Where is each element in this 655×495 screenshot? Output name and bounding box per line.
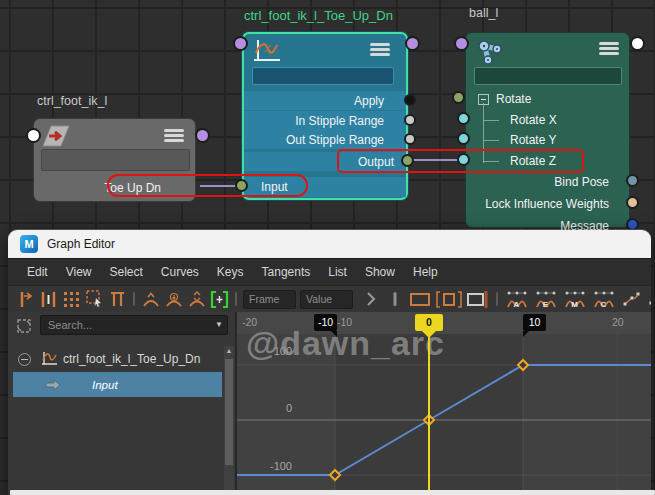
- menu-edit[interactable]: Edit: [18, 265, 57, 279]
- node-menu-icon[interactable]: [599, 42, 619, 55]
- attr-row-apply[interactable]: Apply: [244, 91, 406, 110]
- menu-curves[interactable]: Curves: [152, 265, 208, 279]
- outliner-channel-label: Input: [92, 379, 118, 391]
- lattice-deform-keys-icon[interactable]: [61, 289, 82, 310]
- attr-label-lock-influence-weights: Lock Influence Weights: [485, 197, 609, 211]
- value-field[interactable]: Value: [300, 290, 353, 309]
- anim-curve-icon: [41, 351, 58, 367]
- node-name-field[interactable]: [252, 67, 394, 85]
- select-region-icon[interactable]: [407, 289, 433, 310]
- split-region-icon[interactable]: [465, 289, 491, 310]
- bracket-region-icon[interactable]: [435, 289, 463, 310]
- port-ctrl-input-white[interactable]: [26, 128, 41, 143]
- port-ball-message-left[interactable]: [454, 36, 469, 51]
- bookmark-tag-neg10[interactable]: -10: [314, 314, 337, 331]
- port-rotate-y[interactable]: [457, 132, 470, 145]
- collapse-panel-bar-icon[interactable]: [384, 289, 405, 310]
- graph-editor-window[interactable]: M Graph Editor Edit View Select Curves K…: [8, 230, 651, 495]
- attr-label-rotate-x: Rotate X: [510, 113, 557, 127]
- menu-view[interactable]: View: [57, 265, 101, 279]
- port-out-stipple[interactable]: [404, 133, 416, 145]
- joint-node-icon: [476, 39, 506, 65]
- highlight-box-toeupdn-input: [107, 174, 308, 197]
- transform-node-icon: [42, 124, 70, 148]
- menu-show[interactable]: Show: [356, 265, 404, 279]
- attr-row-lock-influence-weights[interactable]: Lock Influence Weights: [466, 194, 629, 214]
- tangent-e-icon[interactable]: E: [532, 289, 559, 310]
- frame-selection-bracket-icon[interactable]: [209, 289, 230, 310]
- tangent-m-icon[interactable]: M: [561, 289, 588, 310]
- port-rotate-x[interactable]: [457, 112, 470, 125]
- spline-tangent-icon[interactable]: [140, 289, 161, 310]
- window-titlebar[interactable]: M Graph Editor: [8, 230, 651, 258]
- attr-row-out-stipple[interactable]: Out Stipple Range: [244, 130, 406, 149]
- region-select-tool-icon[interactable]: [84, 289, 105, 310]
- ruler-label-20: 20: [612, 316, 624, 328]
- clamped-tangent-icon[interactable]: [163, 289, 184, 310]
- node-ball-l[interactable]: Rotate Rotate X Rotate Y Rotate Z Bind P…: [465, 32, 630, 228]
- toolbar-separator: [133, 292, 135, 306]
- attr-label-out-stipple: Out Stipple Range: [286, 133, 384, 147]
- anim-curve-node-icon: [253, 39, 281, 65]
- tangent-letter: E: [532, 300, 559, 309]
- tangent-letter: M: [561, 300, 588, 309]
- outliner-row-curve-node[interactable]: ctrl_foot_ik_l_Toe_Up_Dn: [8, 346, 221, 372]
- port-ball-white-right[interactable]: [630, 36, 645, 51]
- node-title-ctrl-foot-ik-l: ctrl_foot_ik_l: [37, 94, 107, 108]
- move-keys-tool-icon[interactable]: [15, 289, 36, 310]
- tangent-a-icon[interactable]: A: [503, 289, 530, 310]
- node-name-field[interactable]: [41, 149, 190, 171]
- menu-list[interactable]: List: [319, 265, 356, 279]
- current-time-marker[interactable]: 0: [415, 314, 443, 331]
- playhead-line[interactable]: [428, 334, 430, 490]
- auto-tangent-icon[interactable]: [186, 289, 207, 310]
- window-title: Graph Editor: [47, 237, 115, 251]
- key-10: [518, 360, 528, 370]
- outliner-scrollbar[interactable]: ▲: [224, 346, 234, 491]
- attr-row-bind-pose[interactable]: Bind Pose: [466, 172, 629, 192]
- tangent-c-icon[interactable]: C: [590, 289, 617, 310]
- port-anim-message-left[interactable]: [233, 36, 248, 51]
- menu-keys[interactable]: Keys: [208, 265, 253, 279]
- outliner-curve-node-label: ctrl_foot_ik_l_Toe_Up_Dn: [63, 352, 200, 366]
- attr-label-rotate: Rotate: [496, 92, 531, 106]
- port-bind-pose[interactable]: [626, 174, 639, 187]
- scrollbar-thumb[interactable]: [225, 359, 233, 465]
- port-ctrl-message-purple[interactable]: [195, 128, 210, 143]
- insert-keys-tool-icon[interactable]: [38, 289, 59, 310]
- collapse-circle-icon[interactable]: [18, 353, 31, 366]
- menu-tangents[interactable]: Tangents: [253, 265, 320, 279]
- node-name-field[interactable]: [474, 67, 622, 85]
- frame-field[interactable]: Frame: [243, 290, 296, 309]
- node-menu-icon[interactable]: [370, 43, 390, 56]
- menu-help[interactable]: Help: [404, 265, 447, 279]
- search-dropdown-caret-icon[interactable]: ▼: [215, 320, 223, 329]
- retime-tool-icon[interactable]: [107, 289, 128, 310]
- graph-outliner-panel: ▼ ctrl_foot_ik_l_Toe_Up_Dn Input ▲: [8, 312, 237, 495]
- scrollbar-up-arrow-icon[interactable]: ▲: [224, 347, 234, 354]
- port-lock-influence-weights[interactable]: [626, 196, 639, 209]
- tree-guide-line: [483, 140, 499, 141]
- port-in-stipple[interactable]: [404, 114, 416, 126]
- maya-node-editor: ctrl_foot_ik_l Toe Up Dn ctrl_foot_ik_l_…: [0, 0, 655, 495]
- port-rotate[interactable]: [452, 91, 465, 104]
- unify-tangents-icon[interactable]: [645, 289, 651, 310]
- menu-select[interactable]: Select: [100, 265, 151, 279]
- port-anim-message-right[interactable]: [405, 36, 420, 51]
- maya-logo-icon: M: [20, 235, 38, 253]
- outliner-row-input-channel[interactable]: Input: [13, 372, 222, 397]
- isolate-select-icon[interactable]: [15, 317, 33, 335]
- node-title-anim-curve: ctrl_foot_ik_l_Toe_Up_Dn: [244, 8, 393, 23]
- tangent-letter: A: [503, 300, 530, 309]
- break-tangents-icon[interactable]: [619, 289, 643, 310]
- attr-row-in-stipple[interactable]: In Stipple Range: [244, 111, 406, 130]
- port-apply[interactable]: [404, 94, 416, 106]
- expand-panel-arrow-icon[interactable]: [361, 289, 382, 310]
- attr-row-rotate[interactable]: Rotate: [466, 89, 629, 109]
- tree-guide-line: [483, 120, 499, 121]
- value-label-0: 0: [247, 402, 292, 414]
- search-input[interactable]: [40, 315, 228, 335]
- bookmark-tag-10[interactable]: 10: [523, 314, 546, 331]
- node-menu-icon[interactable]: [164, 129, 184, 142]
- value-label-neg100: -100: [247, 460, 292, 472]
